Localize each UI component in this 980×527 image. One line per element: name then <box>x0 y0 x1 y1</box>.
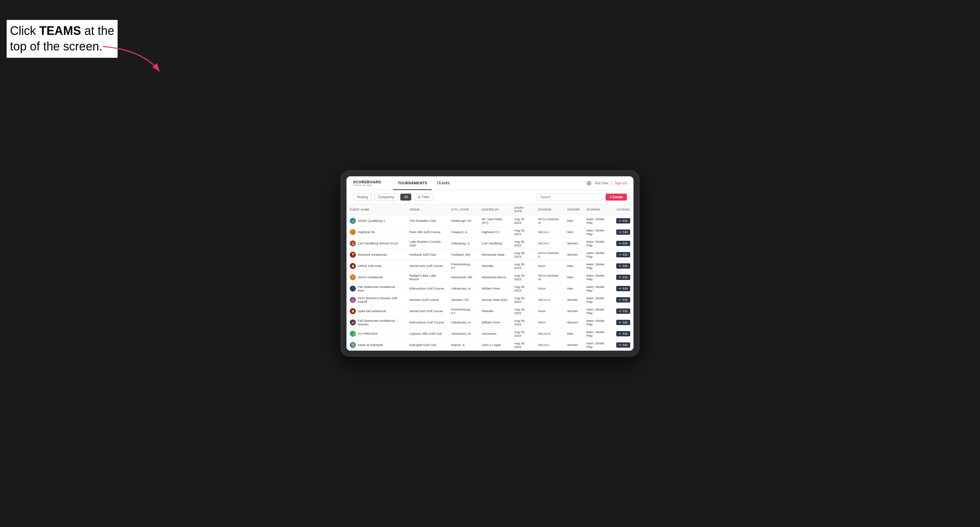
date-cell: Aug 28, 2023 <box>511 260 535 271</box>
event-name: Fall Statesmen Invitational - Men <box>358 285 403 292</box>
edit-button[interactable]: ✏ Edit <box>616 229 630 235</box>
actions-cell: ✏ Edit <box>613 294 633 305</box>
event-name: MSMC Qualifying 1 <box>358 219 385 222</box>
hosting-button[interactable]: Hosting <box>353 194 372 201</box>
team-logo: 🏆 <box>350 252 356 258</box>
venue-cell: Lake Bracken Country Club <box>406 238 448 249</box>
event-name-cell: 🌟 upike fall invitational <box>347 305 406 317</box>
gender-cell: Men <box>564 260 583 271</box>
scoring-cell: team, Stroke Play <box>583 227 613 238</box>
logo-sub: Powered by clippit <box>353 184 381 186</box>
scoring-cell: team, Stroke Play <box>583 305 613 317</box>
col-event-name: EVENT NAME <box>347 204 406 215</box>
city-state-cell: Prestonsburg, KY <box>448 305 478 317</box>
tab-tournaments[interactable]: TOURNAMENTS <box>393 176 432 190</box>
venue-cell: Ruttger's Bay Lake Resort <box>406 271 448 283</box>
city-state-cell: Oskaloosa, IA <box>448 283 478 294</box>
edit-button[interactable]: ✏ Edit <box>616 241 630 246</box>
edit-button[interactable]: ✏ Edit <box>616 297 630 303</box>
gender-cell: Women <box>564 340 583 351</box>
gender-cell: Women <box>564 294 583 305</box>
venue-cell: Faribault Golf Club <box>406 249 448 260</box>
actions-cell: ✏ Edit <box>613 305 633 317</box>
team-logo: 🎭 <box>350 331 356 337</box>
city-state-cell: Marion, IL <box>448 340 478 351</box>
all-button[interactable]: All <box>400 194 411 201</box>
hosted-by-cell: William Penn <box>478 283 511 294</box>
table-row: 🎖 Fall Statesmen Invitational - Men Edmu… <box>347 283 633 294</box>
competing-button[interactable]: Competing <box>374 194 398 201</box>
nav-right: Test User | Sign out <box>586 181 627 186</box>
table-container: EVENT NAME VENUE CITY, STATE HOSTED BY S… <box>347 204 633 351</box>
logo-area: SCOREBOARD Powered by clippit <box>353 180 381 186</box>
team-logo: 🎪 <box>350 319 356 325</box>
scoring-cell: team, Stroke Play <box>583 317 613 328</box>
hosted-by-cell: John A Logan <box>478 340 511 351</box>
actions-cell: ✏ Edit <box>613 340 633 351</box>
date-cell: Aug 26, 2023 <box>511 238 535 249</box>
edit-button[interactable]: ✏ Edit <box>616 286 630 291</box>
instruction-text: Click TEAMS at thetop of the screen. <box>6 20 118 58</box>
event-name: UPIKE Fall Invite <box>358 264 382 268</box>
table-row: 🎨 Klash at Kokopelli Kokopelli Golf Club… <box>347 340 633 351</box>
team-logo: 🥇 <box>350 240 356 246</box>
table-row: 🏌 Highland 36 Park Hills Golf Course Fre… <box>347 227 633 238</box>
team-logo: 🎖 <box>350 286 356 292</box>
gender-cell: Women <box>564 305 583 317</box>
actions-cell: ✏ Edit <box>613 317 633 328</box>
tab-teams[interactable]: TEAMS <box>432 176 455 190</box>
gender-cell: Women <box>564 238 583 249</box>
edit-icon: ✏ <box>619 310 622 313</box>
edit-icon: ✏ <box>619 242 622 245</box>
event-name-cell: ⛳ MSMC Qualifying 1 <box>347 215 406 227</box>
hosted-by-cell: William Penn <box>478 317 511 328</box>
division-cell: NAIA <box>535 283 564 294</box>
edit-button[interactable]: ✏ Edit <box>616 320 630 325</box>
edit-button[interactable]: ✏ Edit <box>616 331 630 337</box>
hosted-by-cell: Pikeville <box>478 305 511 317</box>
actions-cell: ✏ Edit <box>613 260 633 271</box>
edit-button[interactable]: ✏ Edit <box>616 308 630 314</box>
nav-tabs: TOURNAMENTS TEAMS <box>393 176 455 190</box>
actions-cell: ✏ Edit <box>613 249 633 260</box>
team-logo: 🎨 <box>350 342 356 348</box>
scoring-cell: team, Stroke Play <box>583 215 613 227</box>
event-name: Fall Statesmen Invitational - Women <box>358 319 403 326</box>
venue-cell: Edmundson Golf Course <box>406 317 448 328</box>
gender-cell: Men <box>564 227 583 238</box>
header-row: EVENT NAME VENUE CITY, STATE HOSTED BY S… <box>347 204 633 215</box>
division-cell: NICAA II <box>535 294 564 305</box>
table-head: EVENT NAME VENUE CITY, STATE HOSTED BY S… <box>347 204 633 215</box>
venue-cell: Kokopelli Golf Club <box>406 340 448 351</box>
event-name-cell: 🎖 Fall Statesmen Invitational - Men <box>347 283 406 294</box>
top-nav: SCOREBOARD Powered by clippit TOURNAMENT… <box>347 176 633 190</box>
sign-out[interactable]: Sign out <box>614 181 627 185</box>
city-state-cell: Freeport, IL <box>448 227 478 238</box>
edit-button[interactable]: ✏ Edit <box>616 342 630 348</box>
edit-button[interactable]: ✏ Edit <box>616 252 630 257</box>
gender-cell: Women <box>564 249 583 260</box>
filter-button[interactable]: ☰ Filter <box>414 194 433 201</box>
team-logo: ⭐ <box>350 263 356 269</box>
hosted-by-cell: Vincennes <box>478 328 511 340</box>
event-name: Klash at Kokopelli <box>358 343 383 347</box>
scoring-cell: team, Stroke Play <box>583 249 613 260</box>
actions-cell: ✏ Edit <box>613 215 633 227</box>
col-division: DIVISION <box>535 204 564 215</box>
event-name-cell: 🎯 Morris Invitational <box>347 271 406 283</box>
hosted-by-cell: Highland CC <box>478 227 511 238</box>
create-button[interactable]: + Create <box>606 194 627 201</box>
event-name: upike fall invitational <box>358 309 386 313</box>
date-cell: Aug 28, 2023 <box>511 271 535 283</box>
hosted-by-cell: Carl Sandburg <box>478 238 511 249</box>
search-input[interactable] <box>536 194 603 201</box>
edit-icon: ✏ <box>619 253 622 256</box>
table-row: 🌟 upike fall invitational StoneCrest Gol… <box>347 305 633 317</box>
event-name: Highland 36 <box>358 230 375 234</box>
svg-point-1 <box>589 183 589 184</box>
scoring-cell: team, Stroke Play <box>583 340 613 351</box>
event-name-cell: ⭐ UPIKE Fall Invite <box>347 260 406 271</box>
edit-button[interactable]: ✏ Edit <box>616 264 630 269</box>
edit-button[interactable]: ✏ Edit <box>616 275 630 280</box>
edit-button[interactable]: ✏ Edit <box>616 218 630 224</box>
